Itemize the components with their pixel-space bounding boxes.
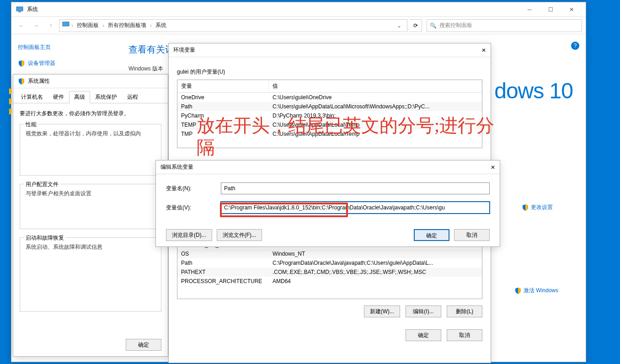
tab-computer-name[interactable]: 计算机名: [16, 91, 48, 103]
browse-file-button[interactable]: 浏览文件(F)...: [217, 229, 262, 241]
sidebar-item-device-manager[interactable]: 设备管理器: [18, 59, 106, 67]
shield-icon: [5, 98, 13, 107]
svg-rect-0: [16, 7, 23, 11]
search-placeholder: 搜索控制面板: [439, 21, 472, 29]
dialog-title: 环境变量: [173, 46, 195, 54]
shield-icon: [5, 88, 13, 96]
sidebar-title[interactable]: 控制面板主页: [18, 43, 106, 51]
performance-fieldset: 性能 视觉效果，处理器计划，内存使用，以及虚拟内: [20, 124, 161, 176]
cancel-button[interactable]: 取消: [447, 329, 482, 341]
close-button[interactable]: ✕: [481, 47, 486, 54]
search-icon: 🔍: [430, 22, 437, 29]
forward-button: →: [30, 19, 43, 32]
breadcrumb[interactable]: › 控制面板 › 所有控制面板项 › 系统 ⌄: [59, 19, 407, 32]
table-row[interactable]: PROCESSOR_ARCHITECTUREAMD64: [177, 277, 482, 286]
ok-button[interactable]: 确定: [126, 339, 161, 351]
shield-icon: [18, 60, 25, 67]
system-vars-list[interactable]: NUMBER_OF_PROCESSORS4OSWindows_NTPathC:\…: [177, 240, 482, 299]
admin-note: 要进行大多数更改，你必须作为管理员登录。: [20, 110, 161, 118]
user-profiles-title: 用户配置文件: [24, 181, 60, 188]
activate-windows-link[interactable]: 激活 Windows: [514, 287, 558, 294]
sidebar-item-label: 设备管理器: [28, 59, 55, 67]
system-properties-dialog: 系统属性 计算机名 硬件 高级 系统保护 远程 要进行大多数更改，你必须作为管理…: [13, 74, 168, 357]
performance-desc: 视觉效果，处理器计划，内存使用，以及虚拟内: [26, 130, 155, 138]
close-button[interactable]: ✕: [561, 2, 582, 17]
browse-directory-button[interactable]: 浏览目录(D)...: [166, 229, 212, 241]
minimize-button[interactable]: ─: [519, 2, 540, 17]
ok-button[interactable]: 确定: [406, 329, 441, 341]
variable-value-input[interactable]: [221, 202, 490, 214]
change-settings-link[interactable]: 更改设置: [522, 203, 553, 211]
shield-icon: [514, 287, 522, 294]
user-profiles-desc: 与登录帐户相关的桌面设置: [26, 190, 155, 198]
user-vars-label: gulei 的用户变量(U): [177, 68, 482, 76]
edit-system-variable-dialog: 编辑系统变量 ✕ 变量名(N): 变量值(V): 浏览目录(D)... 浏览文件…: [155, 160, 500, 247]
variable-name-input[interactable]: [221, 182, 490, 194]
user-profiles-fieldset: 用户配置文件 与登录帐户相关的桌面设置: [20, 184, 161, 229]
tabs: 计算机名 硬件 高级 系统保护 远程: [13, 88, 168, 103]
startup-desc: 系统启动、系统故障和调试信息: [26, 243, 155, 251]
table-row[interactable]: TMPC:\Users\gulei\AppData\Local\Temp: [177, 129, 482, 139]
tab-advanced[interactable]: 高级: [69, 91, 90, 103]
breadcrumb-dropdown[interactable]: ⌄: [394, 22, 404, 29]
cancel-button[interactable]: 取消: [454, 229, 490, 241]
maximize-button[interactable]: ☐: [540, 2, 561, 17]
dialog-title: 编辑系统变量: [160, 163, 193, 171]
up-button[interactable]: ↑: [44, 19, 57, 32]
table-row[interactable]: PathC:\Users\gulei\AppData\Local\Microso…: [177, 102, 482, 111]
user-vars-list[interactable]: 变量 值 OneDriveC:\Users\gulei\OneDrivePath…: [177, 80, 482, 148]
ok-button[interactable]: 确定: [414, 229, 449, 241]
windows10-brand: dows 10: [494, 78, 573, 103]
svg-rect-2: [63, 22, 69, 26]
startup-recovery-fieldset: 启动和故障恢复 系统启动、系统故障和调试信息: [20, 237, 161, 312]
crumb-1[interactable]: 所有控制面板项: [106, 21, 148, 29]
crumb-0[interactable]: 控制面板: [75, 21, 101, 29]
close-button[interactable]: ✕: [491, 164, 495, 171]
computer-icon: [62, 21, 69, 30]
table-row[interactable]: PathC:\ProgramData\Oracle\Java\javapath;…: [177, 258, 482, 268]
shield-icon: [5, 108, 13, 117]
col-header-var[interactable]: 变量: [177, 80, 269, 92]
shield-icon: [522, 204, 529, 211]
crumb-2[interactable]: 系统: [154, 21, 168, 29]
svg-rect-1: [18, 11, 21, 12]
col-header-val[interactable]: 值: [269, 80, 482, 92]
tab-hardware[interactable]: 硬件: [48, 91, 69, 103]
address-bar: ← → ↑ › 控制面板 › 所有控制面板项 › 系统 ⌄ ⟳ 🔍 搜索控制面板: [11, 17, 586, 34]
performance-title: 性能: [24, 121, 38, 128]
dialog-titlebar: 系统属性: [13, 75, 168, 88]
dialog-titlebar: 编辑系统变量 ✕: [156, 161, 500, 174]
delete-button[interactable]: 删除(L): [447, 305, 482, 317]
variable-value-label: 变量值(V):: [166, 204, 212, 212]
table-row[interactable]: PyCharmD:\PyCharm 2019.3.3\bin;: [177, 111, 482, 120]
titlebar: 系统 ─ ☐ ✕: [11, 2, 586, 17]
tab-system-protection[interactable]: 系统保护: [90, 91, 122, 103]
table-row[interactable]: PATHEXT.COM;.EXE;.BAT;.CMD;.VBS;.VBE;.JS…: [177, 268, 482, 277]
search-input[interactable]: 🔍 搜索控制面板: [427, 19, 582, 32]
refresh-button[interactable]: ⟳: [409, 19, 422, 32]
variable-name-label: 变量名(N):: [166, 185, 212, 193]
help-icon[interactable]: ?: [571, 42, 579, 50]
back-button: ←: [15, 19, 28, 32]
startup-title: 启动和故障恢复: [24, 234, 66, 242]
table-row[interactable]: TEMPC:\Users\gulei\AppData\Local\Temp: [177, 120, 482, 129]
edit-button[interactable]: 编辑(I)...: [406, 305, 441, 317]
computer-icon: [15, 5, 24, 14]
tab-remote[interactable]: 远程: [122, 91, 143, 103]
dialog-title: 系统属性: [28, 77, 50, 85]
table-row[interactable]: OSWindows_NT: [177, 249, 482, 258]
new-button[interactable]: 新建(W)...: [364, 305, 400, 317]
window-title: 系统: [27, 5, 38, 13]
table-row[interactable]: OneDriveC:\Users\gulei\OneDrive: [177, 93, 482, 102]
shield-icon: [18, 78, 25, 85]
dialog-titlebar: 环境变量 ✕: [169, 43, 491, 57]
